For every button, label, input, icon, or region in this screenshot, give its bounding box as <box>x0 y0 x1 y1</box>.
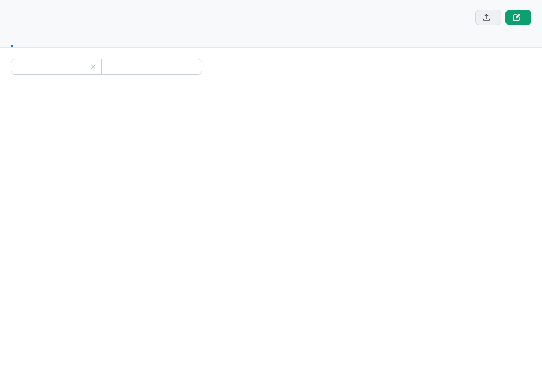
clear-search-icon[interactable] <box>88 59 101 74</box>
top-actions <box>475 10 531 25</box>
tab-favorite-ideas[interactable] <box>26 37 29 47</box>
topic-search-group <box>11 59 202 75</box>
create-ai-content-button[interactable] <box>505 10 531 25</box>
topic-research-page <box>0 0 542 85</box>
filters-section <box>0 48 542 85</box>
main-tabs <box>0 37 542 48</box>
tab-content-ideas[interactable] <box>11 37 13 47</box>
top-bar <box>0 0 542 48</box>
edit-pencil-icon <box>513 14 520 21</box>
upload-icon <box>483 14 490 21</box>
country-select[interactable] <box>101 59 202 74</box>
topic-search-input[interactable] <box>11 59 88 74</box>
export-xlsx-button[interactable] <box>475 10 501 25</box>
